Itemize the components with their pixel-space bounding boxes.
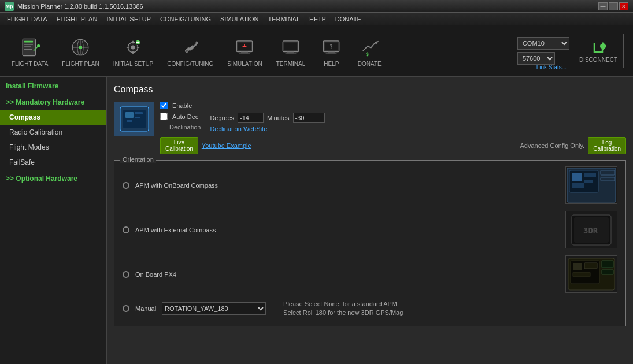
svg-point-12	[131, 45, 135, 49]
radio-external[interactable]	[123, 226, 129, 233]
svg-point-34	[600, 44, 605, 49]
toolbar-terminal-label: TERMINAL	[276, 61, 306, 67]
sidebar-item-failsafe[interactable]: FailSafe	[0, 155, 106, 170]
auto-dec-row: Auto Dec	[160, 113, 201, 120]
sidebar: Install Firmware >> Mandatory Hardware C…	[0, 77, 107, 364]
restore-button[interactable]: □	[609, 2, 618, 10]
svg-text:$: $	[366, 51, 369, 57]
baud-rate-select[interactable]: 57600 115200 9600	[517, 52, 555, 65]
orientation-legend: Orientation	[120, 156, 156, 163]
window-title: Mission Planner 1.2.80 build 1.1.5016.13…	[17, 3, 143, 10]
menu-flight-data[interactable]: FLIGHT DATA	[2, 13, 52, 25]
menu-terminal[interactable]: TERMINAL	[263, 13, 305, 25]
declination-website-link[interactable]: Declination WebSite	[210, 125, 267, 132]
page-title: Compass	[114, 84, 626, 95]
sidebar-install-firmware[interactable]: Install Firmware	[0, 77, 106, 94]
compass-chip-image	[114, 102, 154, 136]
flight-data-icon	[18, 35, 42, 60]
svg-text:_ _: _ _	[286, 44, 293, 49]
svg-rect-46	[572, 183, 584, 188]
svg-point-5	[37, 44, 40, 47]
initial-setup-icon	[121, 35, 145, 60]
orientation-box: Orientation APM with OnBoard Compass	[114, 160, 626, 326]
svg-text:?: ?	[330, 43, 333, 49]
flight-plan-icon	[68, 35, 92, 60]
radio-manual[interactable]	[123, 305, 129, 312]
main-layout: Install Firmware >> Mandatory Hardware C…	[0, 77, 633, 364]
svg-point-16	[186, 49, 188, 52]
menu-bar: FLIGHT DATA FLIGHT PLAN INITIAL SETUP CO…	[0, 13, 633, 25]
sidebar-item-flight-modes[interactable]: Flight Modes	[0, 140, 106, 155]
live-calibration-button[interactable]: LiveCalibration	[160, 137, 198, 154]
sidebar-item-compass[interactable]: Compass	[0, 110, 106, 125]
toolbar-flight-data-label: FLIGHT DATA	[12, 61, 48, 67]
youtube-example-link[interactable]: Youtube Example	[202, 142, 251, 149]
menu-help[interactable]: HELP	[305, 13, 331, 25]
com-port-select[interactable]: COM10 COM1 COM2	[517, 37, 569, 50]
px4-label: On Board PX4	[135, 271, 176, 278]
toolbar-terminal[interactable]: _ _ TERMINAL	[269, 28, 313, 74]
sidebar-item-radio-calibration[interactable]: Radio Calibration	[0, 125, 106, 140]
sidebar-optional-header[interactable]: >> Optional Hardware	[0, 170, 106, 186]
svg-rect-26	[286, 53, 297, 54]
orientation-external-row: APM with External Compass 3DR	[123, 211, 617, 248]
toolbar-flight-data[interactable]: FLIGHT DATA	[5, 28, 55, 74]
toolbar-config-tuning[interactable]: CONFIG/TUNING	[160, 28, 220, 74]
enable-checkbox[interactable]	[160, 102, 168, 109]
help-icon: ?	[319, 35, 343, 60]
toolbar-donate[interactable]: $ DONATE	[350, 28, 388, 74]
declination-website-row: Declination WebSite	[210, 125, 324, 132]
svg-rect-45	[584, 180, 593, 183]
log-calibration-button[interactable]: LogCalibration	[588, 137, 626, 154]
onboard-label: APM with OnBoard Compass	[135, 182, 218, 189]
sidebar-mandatory-header[interactable]: >> Mandatory Hardware	[0, 94, 106, 110]
toolbar-right: COM10 COM1 COM2 57600 115200 9600 Link S…	[517, 25, 628, 76]
menu-simulation[interactable]: SIMULATION	[216, 13, 263, 25]
manual-label: Manual	[135, 305, 156, 312]
title-bar: Mp Mission Planner 1.2.80 build 1.1.5016…	[0, 0, 633, 13]
toolbar-initial-setup-label: INITIAL SETUP	[113, 61, 154, 67]
close-button[interactable]: ✕	[619, 2, 628, 10]
svg-rect-44	[584, 173, 596, 177]
menu-config-tuning[interactable]: CONFIG/TUNING	[156, 13, 216, 25]
svg-rect-30	[328, 51, 335, 53]
radio-px4[interactable]	[123, 271, 129, 278]
external-label: APM with External Compass	[135, 226, 216, 233]
auto-dec-checkbox[interactable]	[160, 113, 168, 120]
toolbar-simulation[interactable]: SIMULATION	[220, 28, 269, 74]
declination-label: Declination	[169, 124, 201, 131]
compass-controls: Enable Auto Dec Declination Degrees	[160, 102, 626, 154]
toolbar-flight-plan-label: FLIGHT PLAN	[62, 61, 99, 67]
minimize-button[interactable]: —	[598, 2, 608, 10]
svg-rect-19	[241, 51, 248, 53]
svg-rect-38	[127, 120, 132, 122]
rotation-select[interactable]: ROTATION_NONE ROTATION_YAW_45 ROTATION_Y…	[162, 302, 266, 315]
svg-rect-20	[239, 53, 250, 54]
hint-line1: Please Select None, for a standard APM	[283, 300, 403, 309]
hint-text: Please Select None, for a standard APM S…	[283, 300, 403, 318]
toolbar-initial-setup[interactable]: INITIAL SETUP	[106, 28, 161, 74]
advanced-config-label: Advanced Config Only.	[520, 142, 584, 149]
minutes-label: Minutes	[267, 114, 290, 121]
degrees-input[interactable]	[238, 113, 264, 123]
menu-flight-plan[interactable]: FLIGHT PLAN	[52, 13, 102, 25]
menu-initial-setup[interactable]: INITIAL SETUP	[102, 13, 156, 25]
external-image: 3DR	[565, 211, 617, 248]
disconnect-button[interactable]: DISCONNECT	[573, 34, 624, 68]
terminal-icon: _ _	[279, 35, 303, 60]
toolbar-help[interactable]: ? HELP	[312, 28, 350, 74]
app-icon: Mp	[5, 2, 14, 11]
svg-rect-48	[601, 177, 615, 181]
link-stats-link[interactable]: Link Stats...	[536, 64, 567, 70]
svg-rect-4	[24, 49, 32, 50]
degrees-label: Degrees	[210, 114, 234, 121]
svg-rect-31	[326, 53, 337, 54]
svg-rect-56	[573, 272, 590, 277]
minutes-input[interactable]	[293, 113, 325, 123]
orientation-onboard-row: APM with OnBoard Compass	[123, 166, 617, 204]
toolbar-flight-plan[interactable]: FLIGHT PLAN	[55, 28, 106, 74]
menu-donate[interactable]: DONATE	[331, 13, 366, 25]
onboard-image	[565, 166, 617, 204]
radio-onboard[interactable]	[123, 182, 129, 189]
enable-row: Enable	[160, 102, 626, 109]
